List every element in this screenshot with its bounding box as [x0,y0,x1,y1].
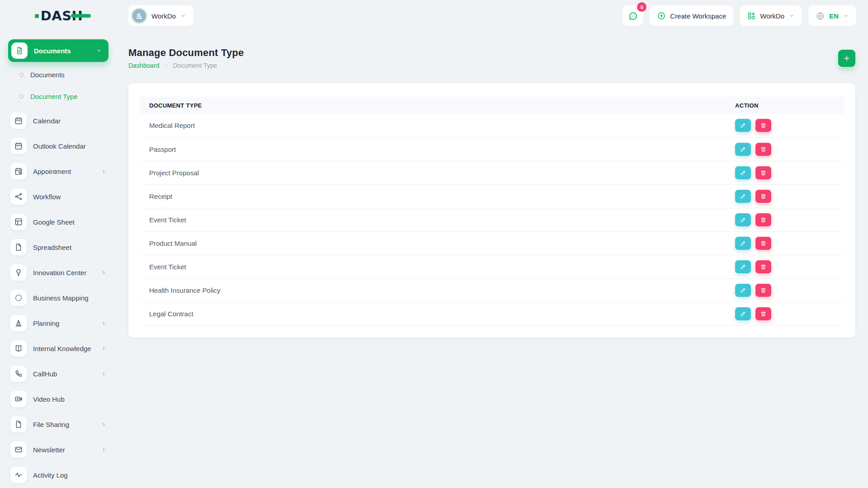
document-type-cell: Project Proposal [140,161,726,184]
delete-button[interactable] [755,307,771,320]
logo-area: DASH [0,8,118,23]
mail-icon [10,441,27,458]
delete-button[interactable] [755,260,771,273]
sidebar-item-internal-knowledge[interactable]: Internal Knowledge [8,336,108,361]
page-title: Manage Document Type [128,47,244,59]
edit-button[interactable] [735,307,751,320]
app-menu-button[interactable]: WorkDo [740,5,802,26]
chevron-right-icon [101,447,107,453]
delete-button[interactable] [755,284,771,297]
pencil-icon [740,169,746,176]
table-row: Health Insurance Policy [140,278,844,302]
logo-dot-icon [35,14,39,18]
table-row: Passport [140,137,844,161]
sidebar-item-business-mapping[interactable]: Business Mapping [8,285,108,310]
table-row: Product Manual [140,231,844,255]
column-header-action: ACTION [726,97,844,114]
action-cell [726,184,844,208]
create-workspace-label: Create Workspace [670,12,726,20]
sidebar-group-documents[interactable]: Documents [8,39,108,62]
trash-icon [760,216,767,223]
messages-button[interactable]: 0 [623,5,643,26]
sidebar-item-workflow[interactable]: Workflow [8,184,108,209]
add-document-type-button[interactable] [838,50,855,67]
workspace-avatar [131,8,147,24]
sidebar-subitem-document-type[interactable]: Document Type [8,85,108,107]
chevron-right-icon [101,270,107,276]
action-cell [726,255,844,278]
action-cell [726,278,844,302]
edit-button[interactable] [735,190,751,203]
document-type-card: DOCUMENT TYPE ACTION Medical Report Pass… [128,83,855,338]
chevron-down-icon [180,13,186,19]
phone-icon [10,366,27,382]
document-type-cell: Event Ticket [140,208,726,231]
language-selector[interactable]: EN [808,5,856,26]
sidebar-item-outlook-calendar[interactable]: Outlook Calendar [8,133,108,159]
chevron-right-icon [101,371,107,377]
sidebar-items: Calendar Outlook Calendar Appointment Wo… [8,107,108,488]
action-cell [726,208,844,231]
sidebar-item-activity-log[interactable]: Activity Log [8,462,108,488]
sidebar-item-spreadsheet[interactable]: Spreadsheet [8,235,108,260]
table-row: Receipt [140,184,844,208]
trash-icon [760,287,767,294]
action-cell [726,114,844,137]
app-menu-label: WorkDo [760,12,784,20]
edit-button[interactable] [735,213,751,226]
trash-icon [760,122,767,129]
sidebar-item-callhub[interactable]: CallHub [8,361,108,386]
bulb-icon [10,264,27,281]
sidebar-item-video-hub[interactable]: Video Hub [8,386,108,412]
create-workspace-button[interactable]: Create Workspace [650,5,733,26]
pencil-icon [740,122,746,129]
delete-button[interactable] [755,213,771,226]
edit-button[interactable] [735,237,751,250]
pencil-icon [740,240,746,247]
trash-icon [760,193,767,200]
chevron-down-icon [96,47,102,54]
brand-logo[interactable]: DASH [35,8,83,23]
pencil-icon [740,287,746,294]
calendar-icon [10,113,27,129]
pencil-icon [740,216,746,223]
delete-button[interactable] [755,237,771,250]
appointment-icon [10,163,27,179]
sidebar-item-appointment[interactable]: Appointment [8,159,108,184]
sidebar-item-file-sharing[interactable]: File Sharing [8,412,108,437]
sidebar-item-newsletter[interactable]: Newsletter [8,437,108,462]
table-row: Event Ticket [140,208,844,231]
trash-icon [760,169,767,176]
sidebar-item-calendar[interactable]: Calendar [8,108,108,133]
workspace-switcher[interactable]: WorkDo [128,5,193,26]
edit-button[interactable] [735,143,751,156]
delete-button[interactable] [755,119,771,132]
edit-button[interactable] [735,166,751,179]
sidebar-item-google-sheet[interactable]: Google Sheet [8,209,108,235]
table-header-row: DOCUMENT TYPE ACTION [140,97,844,114]
document-type-cell: Product Manual [140,231,726,255]
edit-button[interactable] [735,284,751,297]
document-type-cell: Event Ticket [140,255,726,278]
trash-icon [760,263,767,270]
edit-button[interactable] [735,119,751,132]
delete-button[interactable] [755,143,771,156]
logo-dash-icon [71,14,91,18]
sidebar: Documents Documents Document Type Calend… [0,32,118,488]
pencil-icon [740,193,746,200]
sidebar-item-innovation-center[interactable]: Innovation Center [8,260,108,285]
sidebar-subitem-documents[interactable]: Documents [8,64,108,85]
chevron-right-icon [101,169,107,174]
delete-button[interactable] [755,166,771,179]
app-root: DASH WorkDo 0 Create Workspace WorkDo [0,0,868,338]
plus-circle-icon [657,11,666,20]
action-cell [726,161,844,184]
delete-button[interactable] [755,190,771,203]
document-type-table: DOCUMENT TYPE ACTION Medical Report Pass… [140,97,844,326]
breadcrumb-dashboard-link[interactable]: Dashboard [128,62,160,69]
trash-icon [760,240,767,247]
page-header: Manage Document Type Dashboard Document … [128,47,855,69]
trash-icon [760,310,767,317]
edit-button[interactable] [735,260,751,273]
sidebar-item-planning[interactable]: Planning [8,310,108,336]
